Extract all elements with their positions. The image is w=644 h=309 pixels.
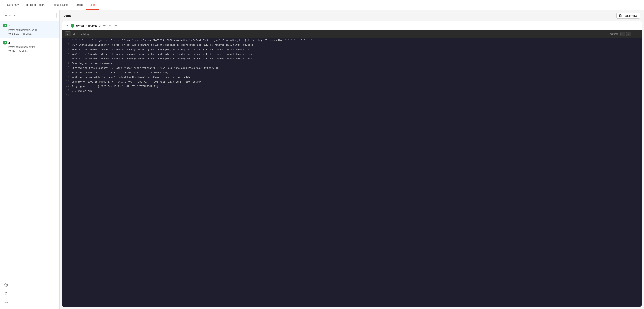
- line-number: 11: [62, 84, 72, 88]
- lines-button[interactable]: [602, 33, 605, 35]
- chevron-down-button[interactable]: [65, 24, 68, 27]
- log-line: 9 Waiting for possible Shutdown/StopTest…: [62, 75, 642, 80]
- line-text: ****************** jmeter -f -n -t "/hom…: [72, 38, 315, 43]
- log-content: 1 ****************** jmeter -f -n -t "/h…: [62, 38, 642, 307]
- svg-point-27: [5, 292, 7, 295]
- task-item-2[interactable]: 2 jmeter, centralindia, azure 51s · Linu…: [0, 38, 59, 55]
- line-text: WARN StatusConsoleListener The use of pa…: [72, 57, 255, 61]
- log-search-input-wrapper[interactable]: [73, 33, 600, 35]
- nav-tab-errors[interactable]: Errors: [72, 0, 86, 10]
- nav-tab-request-stats[interactable]: Request Stats: [48, 0, 72, 10]
- line-number: 5: [62, 57, 72, 60]
- log-line: 7 Created the tree successfully using /h…: [62, 66, 642, 70]
- log-line: 8 Starting standalone test @ 2025 Jan 18…: [62, 70, 642, 75]
- next-match-button[interactable]: [626, 32, 631, 36]
- log-search-bar: 0 matches: [62, 30, 642, 38]
- task-duration: 51s: [8, 49, 15, 52]
- main-layout: 1 jmeter, southeastasia, azure 2m 10s · …: [0, 10, 644, 309]
- log-line: 6 Creating summariser <summary>: [62, 61, 642, 66]
- line-number: 4: [62, 52, 72, 55]
- line-text: Created the tree successfully using /hom…: [72, 66, 220, 70]
- settings-button[interactable]: [4, 300, 9, 305]
- sidebar: 1 jmeter, southeastasia, azure 2m 10s · …: [0, 10, 60, 309]
- ellipsis-icon: [114, 24, 117, 27]
- linux-icon: [23, 33, 25, 35]
- logs-title: Logs: [64, 14, 71, 17]
- line-number: 9: [62, 75, 72, 78]
- line-text: Starting standalone test @ 2025 Jan 18 0…: [72, 70, 170, 75]
- download-icon: [66, 33, 69, 35]
- log-line: 5 WARN StatusConsoleListener The use of …: [62, 57, 642, 61]
- search-button[interactable]: [4, 291, 9, 296]
- log-panel-header: JMeter - test.jmx 20s: [62, 21, 642, 30]
- download-button[interactable]: [65, 31, 71, 36]
- nav-tab-timeline-report[interactable]: Timeline Report: [22, 0, 48, 10]
- line-text: Creating summariser <summary>: [72, 61, 115, 66]
- task-metrics-button[interactable]: Task Metrics: [616, 13, 640, 19]
- more-options-button[interactable]: [113, 23, 118, 28]
- search-input[interactable]: [9, 14, 54, 17]
- task-meta: jmeter, southeastasia, azure: [8, 28, 56, 31]
- nav-tab-summary[interactable]: Summary: [4, 0, 22, 10]
- task-meta: jmeter, centralindia, azure: [8, 46, 56, 48]
- task-duration: 2m 10s: [8, 32, 19, 35]
- chevron-up-icon: [622, 33, 624, 35]
- svg-line-28: [7, 294, 8, 295]
- line-number: 7: [62, 66, 72, 69]
- expand-icon: [634, 33, 637, 35]
- line-text: ... end of run: [72, 89, 93, 93]
- log-line: 10 summary = 1000 in 00:00:13 = 75.3/s A…: [62, 80, 642, 84]
- log-panel-title: JMeter - test.jmx: [76, 24, 97, 27]
- task-item-1[interactable]: 1 jmeter, southeastasia, azure 2m 10s · …: [0, 21, 59, 38]
- history-button[interactable]: [108, 23, 112, 28]
- task-header: 1: [3, 24, 56, 27]
- line-text: WARN StatusConsoleListener The use of pa…: [72, 47, 255, 52]
- log-line: 4 WARN StatusConsoleListener The use of …: [62, 52, 642, 57]
- log-panel-actions: [108, 23, 118, 28]
- log-line: 13: [62, 93, 642, 98]
- task-stats: 51s · Linux: [8, 49, 56, 52]
- task-number: 2: [8, 41, 10, 44]
- line-text: WARN StatusConsoleListener The use of pa…: [72, 52, 255, 57]
- nav-arrows: [620, 32, 631, 36]
- help-circle-icon: [4, 283, 8, 287]
- job-status-icon: [70, 24, 74, 28]
- line-text: Tidying up ... @ 2025 Jan 18 09:31:49 UT…: [72, 84, 160, 89]
- line-number: 8: [62, 70, 72, 74]
- help-button[interactable]: [4, 282, 9, 288]
- line-number: 1: [62, 38, 72, 42]
- log-line: 12 ... end of run: [62, 89, 642, 93]
- sidebar-search-wrapper: [0, 10, 59, 21]
- bottom-left-icons: [4, 282, 9, 305]
- expand-button[interactable]: [633, 32, 639, 36]
- line-number: 6: [62, 61, 72, 65]
- log-search-input[interactable]: [77, 33, 600, 35]
- svg-point-0: [5, 14, 7, 15]
- task-number: 1: [8, 24, 10, 27]
- nav-tab-logs[interactable]: Logs: [86, 0, 99, 10]
- task-os: Linux: [23, 32, 32, 35]
- checkmark-icon: [4, 41, 6, 44]
- line-number: 3: [62, 47, 72, 51]
- svg-point-15: [114, 25, 115, 26]
- prev-match-button[interactable]: [620, 32, 625, 36]
- chevron-down-icon: [66, 24, 68, 27]
- matches-badge: 0 matches: [608, 33, 618, 35]
- svg-point-26: [6, 286, 6, 286]
- search-input-container[interactable]: [3, 12, 57, 18]
- content-area: Logs Task Metrics: [60, 10, 644, 309]
- settings-icon: [4, 301, 8, 304]
- chevron-down-icon: [628, 33, 630, 35]
- task-status-icon: [3, 41, 7, 44]
- svg-point-16: [116, 25, 116, 26]
- svg-point-29: [6, 302, 6, 303]
- log-line: 2 WARN StatusConsoleListener The use of …: [62, 43, 642, 47]
- top-nav: SummaryTimeline ReportRequest StatsError…: [0, 0, 644, 10]
- file-icon: [619, 14, 622, 17]
- search-icon: [5, 14, 8, 17]
- clock-icon: [8, 50, 11, 52]
- line-number: 12: [62, 89, 72, 92]
- search-icon: [4, 292, 8, 295]
- lines-icon: [602, 33, 605, 35]
- svg-point-20: [73, 33, 74, 34]
